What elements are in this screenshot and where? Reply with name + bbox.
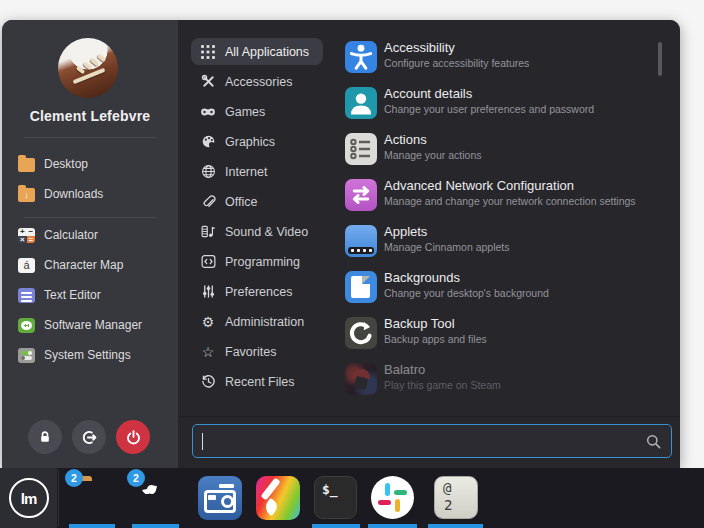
app-list-scrollbar[interactable]: [658, 42, 662, 76]
category-office[interactable]: Office: [191, 188, 323, 215]
terminal-prompt: $_: [322, 482, 338, 497]
sidebar-item-character-map[interactable]: á Character Map: [18, 255, 123, 275]
category-accessories[interactable]: Accessories: [191, 68, 323, 95]
network-arrows-icon: [345, 179, 377, 211]
search-divider: [180, 416, 680, 417]
magnifier-icon: [646, 434, 662, 450]
app-row-actions[interactable]: Actions Manage your actions: [338, 128, 658, 170]
balatro-icon: [345, 363, 377, 395]
lock-screen-button[interactable]: [28, 420, 62, 454]
power-icon: [125, 429, 142, 446]
app-row-balatro[interactable]: Balatro Play this game on Steam: [338, 358, 658, 400]
app-row-advanced-network-configuration[interactable]: Advanced Network Configuration Manage an…: [338, 174, 658, 216]
app-row-applets[interactable]: Applets Manage Cinnamon applets: [338, 220, 658, 262]
menu-sidebar: Clement Lefebvre Desktop ↓ Downloads +−×…: [2, 20, 178, 468]
taskbar-item-screenshot[interactable]: [198, 476, 242, 520]
search-input[interactable]: [192, 424, 672, 458]
taskbar-separator: [58, 470, 59, 526]
palette-icon: [200, 134, 216, 150]
grid-icon: [200, 44, 216, 60]
camera-icon: [198, 476, 242, 520]
category-administration[interactable]: ⚙ Administration: [191, 308, 323, 335]
count-glyph: 2: [444, 497, 452, 513]
category-label: Administration: [225, 315, 304, 329]
sidebar-item-label: Calculator: [44, 228, 98, 242]
category-all-applications[interactable]: All Applications: [191, 38, 323, 65]
app-title: Backgrounds: [384, 270, 460, 285]
category-preferences[interactable]: Preferences: [191, 278, 323, 305]
sidebar-item-system-settings[interactable]: System Settings: [18, 345, 131, 365]
app-subtitle: Manage and change your network connectio…: [384, 195, 636, 207]
characters-running-indicator: [428, 524, 483, 528]
app-row-backgrounds[interactable]: Backgrounds Change your desktop's backgr…: [338, 266, 658, 308]
sidebar-item-label: System Settings: [44, 348, 131, 362]
app-subtitle: Configure accessibility features: [384, 57, 529, 69]
tools-icon: [200, 74, 216, 90]
category-recent-files[interactable]: Recent Files: [191, 368, 323, 395]
terminal-running-indicator: [312, 524, 360, 528]
category-label: Graphics: [225, 135, 275, 149]
app-subtitle: Manage your actions: [384, 149, 481, 161]
category-programming[interactable]: Programming: [191, 248, 323, 275]
desktop-screen: Clement Lefebvre Desktop ↓ Downloads +−×…: [0, 0, 704, 528]
user-avatar[interactable]: [58, 38, 118, 98]
backgrounds-icon: [345, 271, 377, 303]
files-badge: 2: [65, 469, 83, 487]
mint-logo-icon: lm: [9, 478, 49, 518]
app-title: Actions: [384, 132, 427, 147]
category-graphics[interactable]: Graphics: [191, 128, 323, 155]
taskbar-item-terminal[interactable]: $_: [314, 476, 357, 519]
gamepad-icon: [200, 104, 216, 120]
shutdown-button[interactable]: [116, 420, 150, 454]
sidebar-item-label: Downloads: [44, 187, 103, 201]
taskbar-item-characters[interactable]: @ 2: [434, 476, 478, 519]
at-glyph: @: [443, 480, 451, 496]
character-map-icon: á: [18, 257, 35, 274]
sidebar-item-label: Text Editor: [44, 288, 101, 302]
taskbar-item-slack[interactable]: [371, 476, 414, 519]
sidebar-item-text-editor[interactable]: Text Editor: [18, 285, 101, 305]
code-icon: [200, 254, 216, 270]
software-manager-icon: [18, 317, 35, 334]
category-label: Recent Files: [225, 375, 294, 389]
category-label: Favorites: [225, 345, 276, 359]
sidebar-item-label: Software Manager: [44, 318, 142, 332]
category-label: Office: [225, 195, 257, 209]
text-editor-icon: [18, 287, 35, 304]
logout-icon: [81, 429, 98, 446]
sidebar-item-calculator[interactable]: +−×= Calculator: [18, 225, 98, 245]
app-title: Accessibility: [384, 40, 455, 55]
category-internet[interactable]: Internet: [191, 158, 323, 185]
category-label: Games: [225, 105, 265, 119]
system-settings-icon: [18, 347, 35, 364]
category-favorites[interactable]: ☆ Favorites: [191, 338, 323, 365]
folder-download-icon: ↓: [18, 186, 35, 203]
app-subtitle: Manage Cinnamon applets: [384, 241, 510, 253]
sliders-icon: [200, 284, 216, 300]
sidebar-item-software-manager[interactable]: Software Manager: [18, 315, 142, 335]
logout-button[interactable]: [72, 420, 106, 454]
taskbar-item-drawing[interactable]: [256, 476, 300, 520]
category-sound-video[interactable]: Sound & Video: [191, 218, 323, 245]
at-symbol-icon: @ 2: [434, 476, 478, 519]
sidebar-item-label: Desktop: [44, 157, 88, 171]
mint-logo-text: lm: [21, 490, 37, 507]
category-label: Sound & Video: [225, 225, 308, 239]
sidebar-item-desktop[interactable]: Desktop: [18, 154, 88, 174]
menu-button[interactable]: lm: [0, 468, 57, 528]
category-games[interactable]: Games: [191, 98, 323, 125]
category-label: Internet: [225, 165, 267, 179]
backup-arrow-icon: [345, 317, 377, 349]
app-subtitle: Change your desktop's background: [384, 287, 549, 299]
app-row-account-details[interactable]: Account details Change your user prefere…: [338, 82, 658, 124]
taskbar-panel: lm 2 2 $: [0, 468, 704, 528]
text-caret: [202, 433, 203, 450]
paintbrush-icon: [256, 476, 300, 520]
globe-icon: [200, 164, 216, 180]
film-note-icon: [200, 224, 216, 240]
account-icon: [345, 87, 377, 119]
app-title: Account details: [384, 86, 472, 101]
app-row-backup-tool[interactable]: Backup Tool Backup apps and files: [338, 312, 658, 354]
sidebar-item-downloads[interactable]: ↓ Downloads: [18, 184, 103, 204]
app-row-accessibility[interactable]: Accessibility Configure accessibility fe…: [338, 36, 658, 78]
